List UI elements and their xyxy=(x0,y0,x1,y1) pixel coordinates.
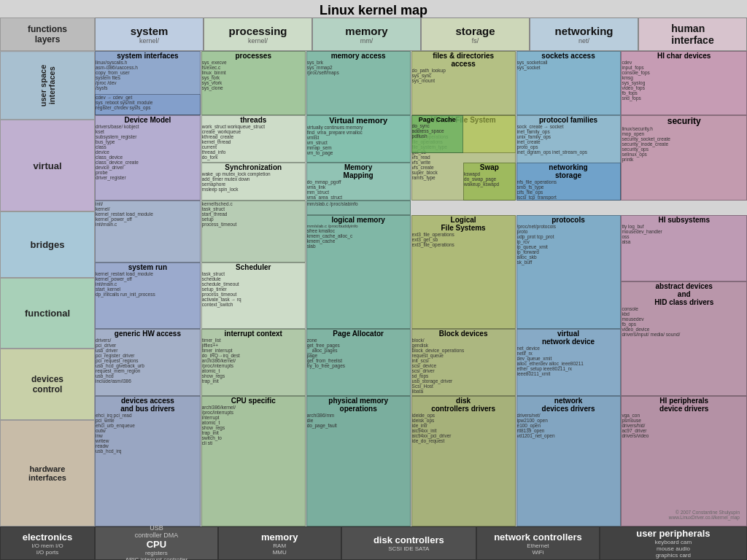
cell-hi-peripherals: HI peripheralsdevice drivers vga_conpsmo… xyxy=(621,396,747,526)
cell-logical-fs: LogicalFile Systems ext3_file_operations… xyxy=(411,215,516,329)
bottom-electronics: electronics I/O mem I/O I/O ports xyxy=(0,526,95,560)
left-label-devices: devicescontrol xyxy=(0,349,95,420)
left-label-bridges: bridges xyxy=(0,211,95,278)
left-label-user: user space interfaces xyxy=(0,51,95,120)
cell-processes: processes sys_execvefs/exec.clinux_binmt… xyxy=(201,51,306,115)
cell-threads: threads work_struct workqueue_structcrea… xyxy=(201,115,306,163)
cell-virtual-memory: Virtual memory virtually continues memor… xyxy=(306,115,411,163)
cell-network-devices: networkdevices drivers drivers/net/ipw21… xyxy=(516,396,621,526)
cell-protocols: protocols /proc/net/protocolsprotoudp_pr… xyxy=(516,215,621,329)
cell-physical-memory: physical memoryoperations archi386/mmdie… xyxy=(306,396,411,526)
cell-device-model: Device Model drivers/base/ kobjectksetsu… xyxy=(95,115,201,201)
col-networking: networking net/ xyxy=(530,18,638,51)
col-processing: processing kernel/ xyxy=(204,18,312,51)
cell-page-cache-main: Page Cache do_syncaddress_spacepdflush xyxy=(411,115,464,153)
col-storage: storage fs/ xyxy=(421,18,530,51)
cell-page-allocator: Page Allocator zoneget_free_pages__alloc… xyxy=(306,329,411,395)
cell-memory-mapping: MemoryMapping do_mmap_pgoffvma_linkmm_st… xyxy=(306,163,411,201)
cell-disk-controllers: diskcontrollers drivers ideide_opsideisk… xyxy=(411,396,516,526)
cell-virtual-net: virtualnetwork device net_devicenetif_rx… xyxy=(516,329,621,395)
bottom-cpu: USBcontroller DMA CPU registers APIC int… xyxy=(95,526,218,560)
cell-sockets: sockets access sys_socketcallsys_socket xyxy=(516,51,621,115)
cell-abstract-devices: abstract devicesandHID class drivers con… xyxy=(621,281,747,395)
cell-networking-storage: networkingstorage nfs_file_operationssmb… xyxy=(516,163,621,201)
bottom-network: network controllers Ethernet WiFi xyxy=(476,526,600,560)
left-label-virtual: virtual xyxy=(0,120,95,211)
bottom-peripherals: user peripherals keyboard cam mouse audi… xyxy=(600,526,747,560)
kernel-map: Linux kernel map functionslayers user sp… xyxy=(0,0,747,560)
cell-memory-access: memory access sys_brksys_mmap2/proc/self… xyxy=(306,51,411,115)
bottom-memory: memory RAM MMU xyxy=(218,526,341,560)
col-human: humaninterface xyxy=(638,18,747,51)
bottom-bar: electronics I/O mem I/O I/O ports USBcon… xyxy=(0,526,747,560)
left-header: functionslayers xyxy=(0,18,95,51)
cell-files-dirs: files & directoriesaccess do_path_lookup… xyxy=(411,51,516,115)
cell-scheduler: Scheduler task_structscheduleschedule_ti… xyxy=(201,262,306,329)
cell-generic-hw: generic HW access drivers/pci_driverusb_… xyxy=(95,329,201,395)
cell-hi-subsystems: HI subsystems tty log_bufmousedev_handle… xyxy=(621,215,747,281)
left-label-hardware: hardwareinterfaces xyxy=(0,420,95,526)
cell-bridges-system: init/kernel/kernel_restart load_moduleke… xyxy=(95,201,201,262)
cell-cpu-specific: CPU specific archi386/kernel//proc/inter… xyxy=(201,396,306,526)
page-title: Linux kernel map xyxy=(0,0,747,18)
cell-mm-slabinfo: mm/slab.c /proc/slabinfo xyxy=(306,201,411,215)
copyright: © 2007 Constantine Shulyupinwww.LinuxDri… xyxy=(669,510,740,520)
grid-area: system interfaces linux/syscalls.hasm-i3… xyxy=(95,51,747,526)
cell-interrupt-context: interrupt context timer_listjiffies++tim… xyxy=(201,329,306,395)
left-label-functional: functional xyxy=(0,278,95,349)
cell-devices-access: devices accessand bus drivers ehci_irq p… xyxy=(95,396,201,526)
bottom-disk: disk controllers SCSI IDE SATA xyxy=(341,526,476,560)
col-memory: memory mm/ xyxy=(312,18,421,51)
cell-security: security linux/security.hmop_opensecurit… xyxy=(621,115,747,201)
col-system: system kernel/ xyxy=(95,18,204,51)
column-headers: system kernel/ processing kernel/ memory… xyxy=(95,18,747,51)
cell-sys-cdev: cdev → cdev_getsys_reboot sys/init_modul… xyxy=(95,94,201,115)
cell-bridges-processing: kernelfsched.ctask_structstart_threadset… xyxy=(201,201,306,262)
cell-swap: Swap kswapddo_swap_pagewakeup_kswapd xyxy=(463,163,516,201)
left-labels: functionslayers user space interfaces vi… xyxy=(0,18,95,526)
cell-synchronization: Synchronization wake_up mutex_lock compl… xyxy=(201,163,306,201)
cell-block-devices: Block devices block/gendiskblock_device_… xyxy=(411,329,516,395)
cell-hi-char: HI char devices cdevinput_fopsconsole_fo… xyxy=(621,51,747,115)
cell-system-run: system run kernel_restart load_moduleker… xyxy=(95,262,201,329)
cell-logical-memory: logical memory mm/slab.c /proc/buddyinfo… xyxy=(306,215,411,329)
